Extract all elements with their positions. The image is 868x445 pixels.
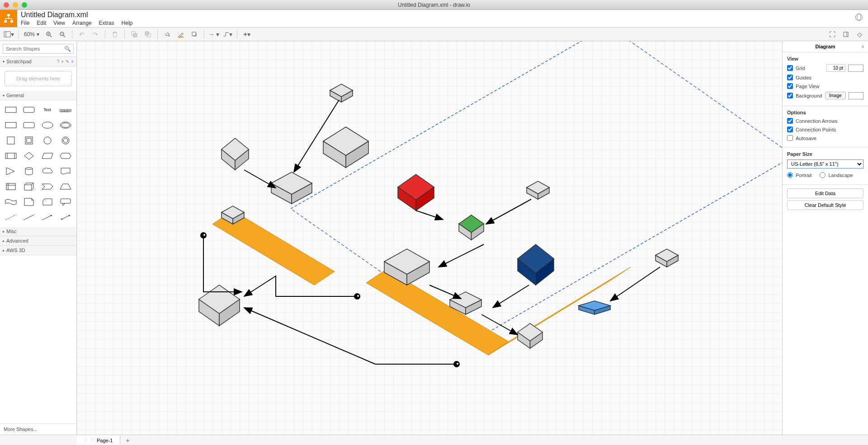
scratchpad-drop-zone[interactable]: Drag elements here: [5, 71, 72, 86]
grid-color-swatch[interactable]: [848, 65, 863, 72]
grid-size-input[interactable]: [826, 64, 845, 72]
orange-path-3[interactable]: [488, 267, 631, 355]
shape-rounded-rect[interactable]: [22, 104, 36, 116]
shape-cube[interactable]: [22, 181, 36, 192]
scratchpad-add-icon[interactable]: +: [61, 59, 64, 64]
format-panel-button[interactable]: [840, 29, 852, 40]
shape-square[interactable]: [4, 135, 18, 146]
shape-triangle[interactable]: [4, 165, 18, 177]
page-drag-handle-icon[interactable]: ⋮⋮: [84, 437, 94, 443]
cloud-small-right[interactable]: [527, 181, 549, 199]
elbow-arrow[interactable]: [244, 276, 357, 296]
conn-arrows-checkbox[interactable]: [787, 118, 793, 124]
shape-rect2[interactable]: [4, 119, 18, 131]
shape-card[interactable]: [40, 196, 55, 208]
background-checkbox[interactable]: [787, 93, 793, 98]
waypoint-button[interactable]: ▾: [222, 29, 233, 40]
arrow[interactable]: [429, 285, 461, 299]
orange-path-2[interactable]: [366, 269, 509, 355]
shape-callout[interactable]: [58, 196, 73, 208]
search-icon[interactable]: 🔍: [64, 46, 71, 52]
shape-circle-dbl[interactable]: [58, 135, 73, 146]
maximize-window-button[interactable]: [22, 2, 27, 8]
shape-dashed-line[interactable]: [4, 211, 18, 223]
arrow[interactable]: [486, 199, 531, 224]
shape-internal-storage[interactable]: [4, 181, 18, 192]
shape-diamond[interactable]: [22, 150, 36, 162]
arrow[interactable]: [610, 267, 660, 301]
shape-cloud[interactable]: [40, 165, 55, 177]
shape-bidir-arrow[interactable]: [58, 211, 73, 223]
cloud-small-far[interactable]: [656, 249, 678, 267]
outline-panel-button[interactable]: ◇: [854, 29, 865, 40]
shape-process[interactable]: [4, 150, 18, 162]
shape-tape[interactable]: [4, 196, 18, 208]
portrait-radio[interactable]: [787, 172, 793, 178]
shape-hexagon[interactable]: [58, 150, 73, 162]
general-shapes-header[interactable]: ▾General: [0, 91, 76, 100]
search-shapes-input[interactable]: [3, 44, 74, 54]
shape-ellipse-dbl[interactable]: [58, 119, 73, 131]
grid-checkbox[interactable]: [787, 65, 793, 71]
shape-square-dbl[interactable]: [22, 135, 36, 146]
pyramid-node[interactable]: [271, 172, 312, 204]
insert-button[interactable]: + ▾: [241, 29, 253, 40]
more-shapes-button[interactable]: More Shapes...: [0, 423, 76, 435]
landscape-radio[interactable]: [820, 172, 826, 178]
aws3d-section[interactable]: ▸AWS 3D: [0, 246, 76, 255]
menu-arrange[interactable]: Arrange: [72, 20, 92, 26]
scratchpad-help-icon[interactable]: ?: [57, 59, 60, 64]
menu-file[interactable]: File: [21, 20, 29, 26]
line-color-button[interactable]: [175, 29, 187, 40]
menu-view[interactable]: View: [53, 20, 65, 26]
add-page-button[interactable]: +: [120, 435, 135, 445]
canvas[interactable]: [77, 41, 782, 435]
guides-checkbox[interactable]: [787, 75, 793, 80]
blue-storage[interactable]: [518, 244, 554, 285]
menu-edit[interactable]: Edit: [37, 20, 46, 26]
menu-help[interactable]: Help: [122, 20, 133, 26]
shape-text[interactable]: Text: [40, 104, 55, 116]
compute-node[interactable]: [459, 215, 484, 240]
connection-button[interactable]: → ▾: [208, 29, 220, 40]
autosave-checkbox[interactable]: [787, 135, 793, 141]
shadow-button[interactable]: [189, 29, 200, 40]
arrow[interactable]: [416, 211, 443, 220]
m-node[interactable]: [518, 323, 542, 348]
delete-button[interactable]: [109, 29, 121, 40]
shape-rect[interactable]: [4, 104, 18, 116]
misc-section[interactable]: ▸Misc: [0, 227, 76, 236]
language-icon[interactable]: [855, 14, 863, 21]
clear-style-button[interactable]: Clear Default Style: [787, 200, 863, 210]
shape-parallelogram[interactable]: [40, 150, 55, 162]
fullscreen-button[interactable]: ⛶: [826, 29, 838, 40]
arrow[interactable]: [439, 244, 484, 267]
workstation[interactable]: [222, 138, 249, 170]
shape-circle[interactable]: [40, 135, 55, 146]
edit-data-button[interactable]: Edit Data: [787, 188, 863, 198]
shape-heading[interactable]: Heading: [58, 104, 73, 116]
scratchpad-header[interactable]: ▾Scratchpad ?+✎×: [0, 57, 76, 66]
server-big[interactable]: [323, 127, 368, 168]
conn-points-checkbox[interactable]: [787, 126, 793, 132]
scratchpad-close-icon[interactable]: ×: [71, 59, 74, 64]
to-front-button[interactable]: [128, 29, 140, 40]
undo-button[interactable]: ↶: [76, 29, 88, 40]
cloud-small-top[interactable]: [330, 84, 353, 102]
papersize-select[interactable]: US-Letter (8,5" x 11"): [787, 159, 863, 169]
background-color-swatch[interactable]: [849, 92, 863, 99]
shape-note[interactable]: [22, 196, 36, 208]
shape-step[interactable]: [40, 181, 55, 192]
arrow[interactable]: [244, 170, 276, 188]
shape-rounded2[interactable]: [22, 119, 36, 131]
arrow[interactable]: [493, 285, 529, 308]
view-menu-button[interactable]: ▾: [3, 29, 14, 40]
shape-cylinder[interactable]: [22, 165, 36, 177]
red-database[interactable]: [398, 174, 434, 211]
redo-button[interactable]: ↷: [90, 29, 101, 40]
zoom-in-button[interactable]: [43, 29, 55, 40]
to-back-button[interactable]: [142, 29, 154, 40]
fill-color-button[interactable]: [161, 29, 173, 40]
close-window-button[interactable]: [4, 2, 9, 8]
shape-document[interactable]: [58, 165, 73, 177]
